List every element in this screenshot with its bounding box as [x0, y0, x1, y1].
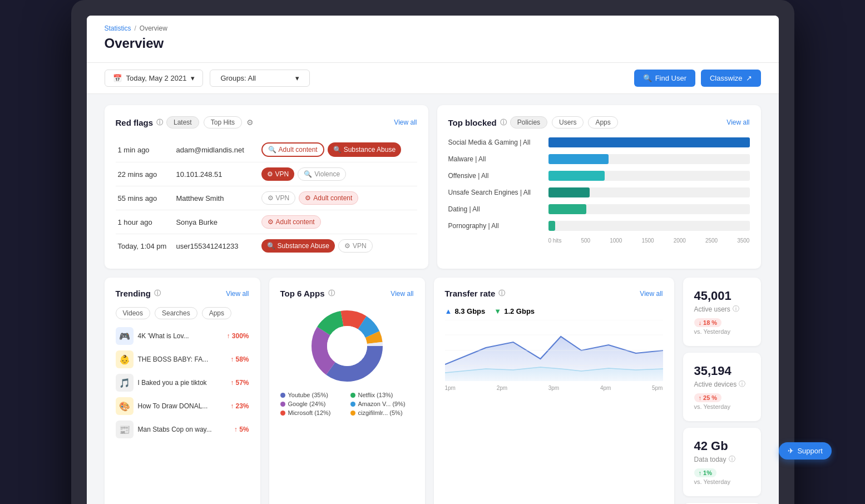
- tab-latest[interactable]: Latest: [166, 116, 199, 129]
- tab-apps[interactable]: Apps: [588, 116, 617, 129]
- flag-tag-icon: 🔍: [333, 146, 342, 154]
- red-flags-title: Red flags: [116, 118, 154, 127]
- tab-top-hits[interactable]: Top Hits: [204, 116, 242, 129]
- active-devices-value: 35,194: [694, 364, 750, 378]
- download-value: 1.2 Gbps: [504, 307, 535, 315]
- breadcrumb-separator: /: [135, 24, 136, 32]
- bar-label: Unsafe Search Engines | All: [448, 189, 548, 196]
- list-item[interactable]: 🎨How To Draw DONAL...↑ 23%: [116, 397, 249, 415]
- bar-label: Dating | All: [448, 205, 548, 213]
- bar-fill: [548, 221, 555, 231]
- trending-name: THE BOSS BABY: FA...: [138, 355, 226, 363]
- info-icon-data-today[interactable]: ⓘ: [729, 454, 735, 464]
- active-devices-card: 35,194 Active devices ⓘ ↑ 25 % vs. Yeste…: [683, 353, 761, 421]
- list-item[interactable]: 👶THE BOSS BABY: FA...↑ 58%: [116, 350, 249, 368]
- bar-fill: [548, 204, 586, 214]
- flag-tag-icon: ⚙: [267, 170, 273, 178]
- tab-apps[interactable]: Apps: [202, 307, 231, 319]
- x-label-3pm: 3pm: [548, 385, 559, 391]
- info-icon-transfer[interactable]: ⓘ: [498, 289, 505, 298]
- page-title: Overview: [105, 36, 761, 51]
- search-icon: 🔍: [643, 74, 652, 82]
- donut-chart: [308, 307, 386, 385]
- list-item[interactable]: 🎮4K 'What is Lov...↑ 300%: [116, 327, 249, 345]
- flag-tag-button[interactable]: ⚙Adult content: [299, 191, 358, 205]
- gear-icon[interactable]: ⚙: [246, 118, 254, 127]
- flag-tag-button[interactable]: 🔍Substance Abuse: [261, 239, 335, 253]
- active-devices-change: ↑ 25 %: [694, 393, 722, 402]
- legend-dot: [350, 393, 355, 398]
- trending-percent: ↑ 300%: [226, 332, 249, 340]
- trending-thumbnail: 🎨: [116, 397, 134, 415]
- bar-track: [548, 154, 750, 164]
- active-users-change: ↓ 18 %: [694, 318, 722, 327]
- bar-row: Dating | All: [448, 204, 750, 214]
- flag-time: 1 hour ago: [116, 210, 174, 234]
- classwize-button[interactable]: Classwize ↗: [701, 70, 761, 87]
- bar-label: Malware | All: [448, 155, 548, 163]
- external-link-icon: ↗: [746, 74, 752, 82]
- top-blocked-view-all[interactable]: View all: [726, 118, 749, 126]
- support-button[interactable]: ✈ Support: [779, 442, 832, 459]
- trending-percent: ↑ 5%: [234, 426, 249, 433]
- list-item[interactable]: 📰Man Stabs Cop on way...↑ 5%: [116, 421, 249, 438]
- info-icon-trending[interactable]: ⓘ: [154, 289, 161, 298]
- flag-tag-button[interactable]: 🔍Adult content: [261, 142, 324, 157]
- svg-point-1: [327, 326, 367, 366]
- table-row: 55 mins agoMatthew Smith⚙VPN⚙Adult conte…: [116, 186, 417, 210]
- find-user-button[interactable]: 🔍 Find User: [634, 70, 695, 87]
- info-icon-apps[interactable]: ⓘ: [328, 289, 335, 298]
- date-picker[interactable]: 📅 Today, May 2 2021 ▾: [105, 70, 204, 87]
- bar-row: Offensive | All: [448, 171, 750, 181]
- tab-videos[interactable]: Videos: [116, 307, 150, 319]
- transfer-rate-card: Transfer rate ⓘ View all ▲ 8.3 Gbps ▼ 1.…: [434, 278, 674, 504]
- flag-tag-button[interactable]: ⚙VPN: [261, 191, 296, 205]
- flag-tag-button[interactable]: ⚙Adult content: [261, 215, 321, 229]
- bar-fill: [548, 137, 750, 147]
- active-users-value: 45,001: [694, 289, 750, 303]
- breadcrumb-overview: Overview: [140, 24, 167, 32]
- trending-name: Man Stabs Cop on way...: [138, 426, 230, 433]
- legend-dot: [350, 411, 355, 416]
- trending-name: How To Draw DONAL...: [138, 402, 226, 410]
- tab-users[interactable]: Users: [552, 116, 584, 129]
- red-flags-view-all[interactable]: View all: [394, 118, 417, 126]
- transfer-rate-view-all[interactable]: View all: [640, 290, 663, 298]
- breadcrumb: Statistics / Overview: [105, 24, 761, 32]
- flag-tag-button[interactable]: 🔍Substance Abuse: [328, 142, 401, 157]
- legend-dot: [280, 393, 285, 398]
- flag-tag-icon: ⚙: [305, 194, 311, 202]
- trending-thumbnail: 👶: [116, 350, 134, 368]
- list-item[interactable]: 🎵I Baked you a pie tiktok↑ 57%: [116, 374, 249, 392]
- groups-picker[interactable]: Groups: All ▾: [210, 70, 310, 87]
- trending-view-all[interactable]: View all: [226, 290, 249, 298]
- trending-title: Trending: [116, 289, 151, 298]
- tab-searches[interactable]: Searches: [155, 307, 197, 319]
- info-icon-blocked[interactable]: ⓘ: [500, 118, 507, 127]
- flag-tag-button[interactable]: 🔍Violence: [298, 167, 346, 181]
- flag-tag-label: VPN: [276, 194, 290, 202]
- tab-policies[interactable]: Policies: [510, 116, 547, 129]
- data-today-value: 42 Gb: [694, 439, 750, 453]
- bar-fill: [548, 154, 609, 164]
- bar-track: [548, 137, 750, 147]
- active-devices-label: Active devices: [694, 381, 737, 388]
- table-row: 22 mins ago10.101.248.51⚙VPN🔍Violence: [116, 162, 417, 186]
- bar-row: Malware | All: [448, 154, 750, 164]
- flag-tag-button[interactable]: ⚙VPN: [338, 239, 373, 253]
- flag-tag-button[interactable]: ⚙VPN: [261, 167, 295, 181]
- table-row: 1 hour agoSonya Burke⚙Adult content: [116, 210, 417, 234]
- transfer-rate-title: Transfer rate: [445, 289, 496, 298]
- data-today-card: 42 Gb Data today ⓘ ↑ 1% vs. Yesterday: [683, 428, 761, 496]
- trending-thumbnail: 📰: [116, 421, 134, 438]
- breadcrumb-statistics[interactable]: Statistics: [105, 24, 131, 32]
- transfer-stats: ▲ 8.3 Gbps ▼ 1.2 Gbps: [445, 307, 663, 315]
- info-icon-devices[interactable]: ⓘ: [739, 379, 745, 389]
- info-icon[interactable]: ⓘ: [156, 118, 163, 127]
- table-row: Today, 1:04 pmuser155341241233🔍Substance…: [116, 234, 417, 258]
- top-apps-view-all[interactable]: View all: [391, 290, 413, 298]
- flag-tags: 🔍Substance Abuse⚙VPN: [259, 234, 417, 258]
- info-icon-users[interactable]: ⓘ: [733, 304, 739, 314]
- flag-tag-label: VPN: [275, 170, 289, 178]
- bar-row: Pornography | All: [448, 221, 750, 231]
